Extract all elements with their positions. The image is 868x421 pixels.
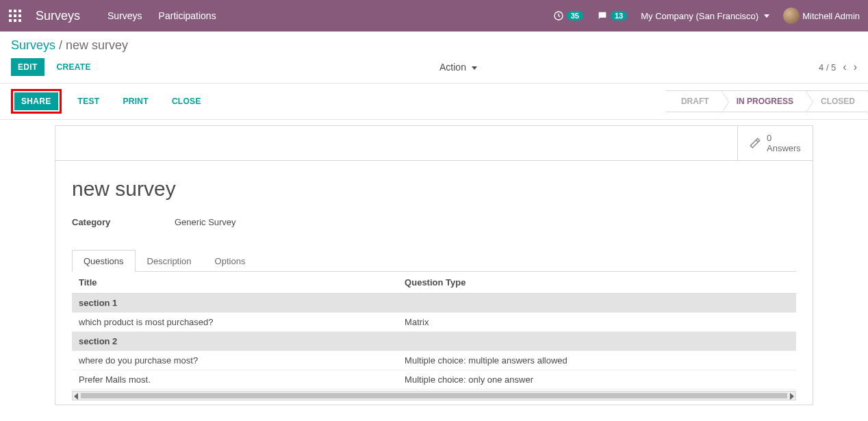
highlight-box: SHARE xyxy=(11,89,62,114)
pager: 4 / 5 ‹ › xyxy=(819,61,857,73)
table-row[interactable]: where do you purchase most?Multiple choi… xyxy=(72,351,796,370)
user-menu[interactable]: Mitchell Admin xyxy=(783,8,860,24)
avatar xyxy=(783,8,800,24)
tab-questions[interactable]: Questions xyxy=(72,250,136,272)
breadcrumb-root[interactable]: Surveys xyxy=(11,38,55,52)
app-title[interactable]: Surveys xyxy=(36,9,80,23)
pager-position: 4 / 5 xyxy=(819,62,836,73)
status-steps: DRAFT IN PROGRESS CLOSED xyxy=(666,84,868,119)
breadcrumb-sep: / xyxy=(59,38,66,52)
topbar-right: 35 13 My Company (San Francisco) Mitchel… xyxy=(553,8,860,24)
tabs: Questions Description Options xyxy=(72,249,796,272)
page-title: new survey xyxy=(72,177,796,201)
menu-surveys[interactable]: Surveys xyxy=(107,10,142,21)
pencil-icon xyxy=(749,137,761,149)
horizontal-scrollbar[interactable] xyxy=(72,391,796,400)
create-button[interactable]: CREATE xyxy=(50,58,98,76)
pager-prev[interactable]: ‹ xyxy=(843,61,846,73)
section-row[interactable]: section 2 xyxy=(72,332,796,351)
user-name: Mitchell Admin xyxy=(802,11,860,21)
questions-table: Title Question Type section 1which produ… xyxy=(72,272,796,390)
form-area: 0 Answers new survey Category Generic Su… xyxy=(0,125,868,405)
step-in-progress[interactable]: IN PROGRESS xyxy=(722,90,806,112)
edit-button[interactable]: EDIT xyxy=(11,58,44,76)
category-label: Category xyxy=(72,217,175,227)
svg-rect-0 xyxy=(9,10,12,12)
action-dropdown[interactable]: Action xyxy=(439,62,477,73)
close-button[interactable]: CLOSE xyxy=(165,92,208,110)
row-type: Matrix xyxy=(398,313,796,332)
svg-rect-5 xyxy=(18,14,21,17)
step-draft[interactable]: DRAFT xyxy=(666,90,722,112)
table-row[interactable]: Prefer Malls most.Multiple choice: only … xyxy=(72,370,796,390)
section-row[interactable]: section 1 xyxy=(72,294,796,313)
svg-rect-1 xyxy=(14,10,16,12)
chevron-down-icon xyxy=(764,14,769,18)
row-title: where do you purchase most? xyxy=(72,351,398,370)
activity-count: 35 xyxy=(567,11,583,21)
table-row[interactable]: which product is most purchased?Matrix xyxy=(72,313,796,332)
apps-icon[interactable] xyxy=(8,9,22,23)
message-count: 13 xyxy=(611,11,627,21)
tab-description[interactable]: Description xyxy=(136,250,203,272)
category-value: Generic Survey xyxy=(175,217,236,227)
row-type: Multiple choice: multiple answers allowe… xyxy=(398,351,796,370)
row-title: which product is most purchased? xyxy=(72,313,398,332)
top-menu: Surveys Participations xyxy=(107,10,216,21)
svg-rect-4 xyxy=(14,14,16,17)
menu-participations[interactable]: Participations xyxy=(159,10,216,21)
topbar: Surveys Surveys Participations 35 13 My … xyxy=(0,0,868,31)
company-switcher[interactable]: My Company (San Francisco) xyxy=(641,11,769,21)
stat-count: 0 xyxy=(767,133,801,143)
company-label: My Company (San Francisco) xyxy=(641,11,758,21)
status-buttons: SHARE TEST PRINT CLOSE xyxy=(11,89,208,114)
control-bar: EDIT CREATE Action 4 / 5 ‹ › xyxy=(0,54,868,84)
svg-rect-2 xyxy=(18,10,21,12)
row-type: Multiple choice: only one answer xyxy=(398,370,796,390)
chat-icon xyxy=(597,10,608,21)
stat-text: 0 Answers xyxy=(767,133,801,153)
chevron-down-icon xyxy=(472,66,477,70)
share-button[interactable]: SHARE xyxy=(14,92,58,110)
svg-rect-8 xyxy=(18,19,21,22)
svg-rect-6 xyxy=(9,19,12,22)
breadcrumb: Surveys / new survey xyxy=(0,31,868,54)
stat-box: 0 Answers xyxy=(55,125,813,160)
breadcrumb-current: new survey xyxy=(66,38,128,52)
pager-next[interactable]: › xyxy=(854,61,857,73)
test-button[interactable]: TEST xyxy=(71,92,107,110)
clock-icon xyxy=(553,10,564,21)
answers-stat[interactable]: 0 Answers xyxy=(737,126,813,160)
svg-rect-7 xyxy=(14,19,16,22)
row-title: Prefer Malls most. xyxy=(72,370,398,390)
step-closed[interactable]: CLOSED xyxy=(806,90,868,112)
col-type: Question Type xyxy=(398,272,796,294)
svg-rect-3 xyxy=(9,14,12,17)
category-field: Category Generic Survey xyxy=(72,217,796,227)
row-title: section 1 xyxy=(72,294,796,313)
print-button[interactable]: PRINT xyxy=(116,92,155,110)
row-title: section 2 xyxy=(72,332,796,351)
activity-indicator[interactable]: 35 xyxy=(553,10,583,21)
stat-label: Answers xyxy=(767,143,801,153)
action-label: Action xyxy=(439,62,466,73)
col-title: Title xyxy=(72,272,398,294)
messages-indicator[interactable]: 13 xyxy=(597,10,627,21)
status-bar: SHARE TEST PRINT CLOSE DRAFT IN PROGRESS… xyxy=(0,84,868,120)
form-body: new survey Category Generic Survey Quest… xyxy=(55,160,813,405)
tab-options[interactable]: Options xyxy=(203,250,257,272)
